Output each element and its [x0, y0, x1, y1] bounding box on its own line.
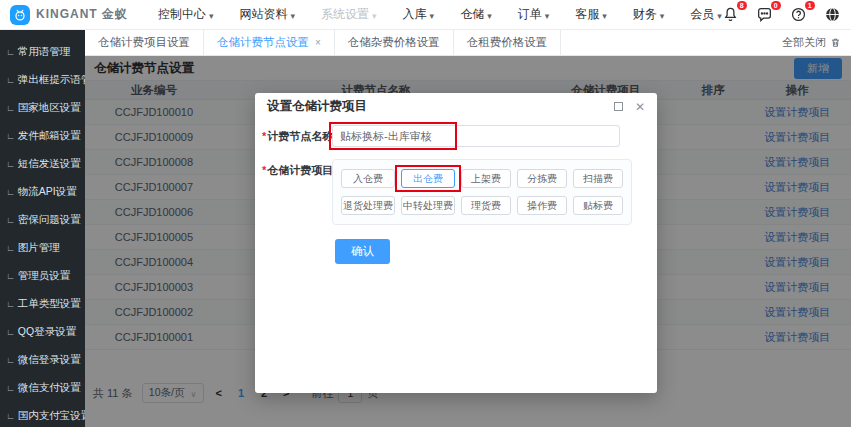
chevron-down-icon — [660, 8, 665, 22]
tab[interactable]: 仓储杂费价格设置 × — [335, 30, 454, 55]
node-name-field: *计费节点名称: — [262, 125, 641, 147]
sidebar-item-label: 管理员设置 — [18, 269, 71, 283]
sidebar-item-label: 微信登录设置 — [18, 353, 81, 367]
sidebar-item[interactable]: 国内支付宝设置 — [0, 402, 85, 427]
main-menu: 控制中心 网站资料 系统设置 入库 仓储 — [158, 6, 722, 23]
modal-title: 设置仓储计费项目 — [267, 98, 367, 115]
sidebar-item[interactable]: 管理员设置 — [0, 262, 85, 290]
sidebar-item[interactable]: 工单类型设置 — [0, 290, 85, 318]
nav-menu-item-label: 订单 — [518, 6, 542, 23]
fee-item-button[interactable]: 上架费 — [461, 169, 511, 188]
sidebar-item[interactable]: 弹出框提示语管理 — [0, 66, 85, 94]
chevron-down-icon — [545, 8, 550, 22]
close-all-tabs-button[interactable]: 全部关闭 — [782, 30, 851, 55]
node-name-label: *计费节点名称: — [262, 125, 328, 147]
help-icon[interactable]: 1 — [790, 6, 807, 23]
fee-item-button[interactable]: 中转处理费 — [401, 196, 455, 215]
fee-item-button[interactable]: 扫描费 — [573, 169, 623, 188]
sidebar-item-label: 常用语管理 — [18, 45, 71, 59]
close-all-label: 全部关闭 — [782, 35, 826, 50]
tab-label: 仓储计费项目设置 — [98, 35, 190, 50]
nav-menu-item[interactable]: 客服 — [575, 6, 607, 23]
fee-item-button[interactable]: 退货处理费 — [341, 196, 395, 215]
nav-menu-item-label: 控制中心 — [158, 6, 206, 23]
sidebar-item-label: 国家地区设置 — [18, 101, 81, 115]
nav-menu-item-label: 仓储 — [460, 6, 484, 23]
sidebar-item-label: QQ登录设置 — [18, 325, 76, 339]
brand[interactable]: KINGANT 金蚁 — [10, 5, 128, 25]
message-icon[interactable]: 0 — [756, 6, 773, 23]
message-badge: 0 — [771, 1, 781, 10]
sidebar-item-label: 短信发送设置 — [18, 157, 81, 171]
sidebar-item[interactable]: 发件邮箱设置 — [0, 122, 85, 150]
fee-items-group: 入仓费 出仓费 上架费 分拣费 扫描费 退货处理费 中转处理费 理货费 操作费 — [332, 159, 632, 225]
sidebar-item[interactable]: 国家地区设置 — [0, 94, 85, 122]
sidebar-item-label: 弹出框提示语管理 — [18, 73, 85, 87]
nav-menu-item-label: 客服 — [575, 6, 599, 23]
tab[interactable]: 仓储计费项目设置 × — [85, 30, 204, 55]
settings-sidebar: 常用语管理 弹出框提示语管理 国家地区设置 发件邮箱设置 短信发送设置 物流AP… — [0, 30, 85, 427]
brand-name: KINGANT 金蚁 — [36, 6, 128, 23]
sidebar-item[interactable]: 密保问题设置 — [0, 206, 85, 234]
nav-menu-item[interactable]: 订单 — [518, 6, 550, 23]
nav-menu-item[interactable]: 仓储 — [460, 6, 492, 23]
fee-item-button[interactable]: 分拣费 — [517, 169, 567, 188]
sidebar-item-label: 图片管理 — [18, 241, 60, 255]
sidebar-item[interactable]: 微信支付设置 — [0, 374, 85, 402]
fee-item-button[interactable]: 贴标费 — [573, 196, 623, 215]
fee-item-button[interactable]: 理货费 — [461, 196, 511, 215]
node-name-input[interactable] — [332, 125, 620, 147]
fee-item-button[interactable]: 操作费 — [517, 196, 567, 215]
chevron-down-icon — [487, 8, 492, 22]
notification-bell-icon[interactable]: 8 — [722, 6, 739, 23]
nav-menu-item[interactable]: 系统设置 — [321, 6, 377, 23]
sidebar-item[interactable]: 常用语管理 — [0, 38, 85, 66]
fee-item-button[interactable]: 入仓费 — [341, 169, 395, 188]
confirm-button[interactable]: 确认 — [335, 239, 390, 264]
notification-badge: 8 — [737, 1, 747, 10]
nav-menu-item-label: 网站资料 — [240, 6, 288, 23]
sidebar-item[interactable]: 短信发送设置 — [0, 150, 85, 178]
sidebar-item-label: 工单类型设置 — [18, 297, 81, 311]
set-fee-items-modal: 设置仓储计费项目 ✕ *计费节点名称: *仓储计费项目: 入仓费 出仓费 上架费 — [255, 93, 657, 393]
sidebar-item[interactable]: 物流API设置 — [0, 178, 85, 206]
tab-label: 仓储杂费价格设置 — [348, 35, 440, 50]
globe-icon[interactable] — [824, 6, 841, 23]
tab-bar: 仓储计费项目设置 × 仓储计费节点设置 × 仓储杂费价格设置 × 仓租费价格设置… — [85, 30, 851, 56]
navbar-right: 8 0 1 — [722, 2, 851, 28]
sidebar-item[interactable]: 图片管理 — [0, 234, 85, 262]
maximize-icon[interactable] — [614, 102, 623, 111]
trash-icon — [830, 37, 841, 48]
help-badge: 1 — [805, 1, 815, 10]
fee-items-label: *仓储计费项目: — [262, 159, 328, 181]
sidebar-item-label: 密保问题设置 — [18, 213, 81, 227]
tab[interactable]: 仓储计费节点设置 × — [204, 30, 335, 55]
sidebar-item[interactable]: 微信登录设置 — [0, 346, 85, 374]
modal-header: 设置仓储计费项目 ✕ — [255, 93, 657, 120]
tab-label: 仓储计费节点设置 — [217, 35, 309, 50]
tab-close-icon[interactable]: × — [315, 37, 321, 48]
close-icon[interactable]: ✕ — [635, 101, 645, 113]
nav-menu-item[interactable]: 入库 — [403, 6, 435, 23]
nav-menu-item-label: 系统设置 — [321, 6, 369, 23]
fee-item-button[interactable]: 出仓费 — [401, 169, 455, 188]
tab[interactable]: 仓租费价格设置 × — [454, 30, 562, 55]
sidebar-item-label: 发件邮箱设置 — [18, 129, 81, 143]
nav-menu-item[interactable]: 网站资料 — [240, 6, 296, 23]
nav-menu-item[interactable]: 会员 — [690, 6, 722, 23]
top-navbar: KINGANT 金蚁 控制中心 网站资料 系统设置 入库 — [0, 0, 851, 30]
tab-label: 仓租费价格设置 — [467, 35, 548, 50]
nav-menu-item-label: 会员 — [690, 6, 714, 23]
sidebar-item-label: 微信支付设置 — [18, 381, 81, 395]
chevron-down-icon — [291, 8, 296, 22]
nav-menu-item[interactable]: 控制中心 — [158, 6, 214, 23]
sidebar-item[interactable]: QQ登录设置 — [0, 318, 85, 346]
nav-menu-item-label: 入库 — [403, 6, 427, 23]
chevron-down-icon — [209, 8, 214, 22]
modal-body: *计费节点名称: *仓储计费项目: 入仓费 出仓费 上架费 分拣费 扫描费 — [255, 120, 657, 264]
brand-logo-icon — [10, 5, 30, 25]
nav-menu-item[interactable]: 财务 — [633, 6, 665, 23]
sidebar-item-label: 物流API设置 — [18, 185, 77, 199]
chevron-down-icon — [430, 8, 435, 22]
sidebar-item-label: 国内支付宝设置 — [18, 409, 85, 423]
